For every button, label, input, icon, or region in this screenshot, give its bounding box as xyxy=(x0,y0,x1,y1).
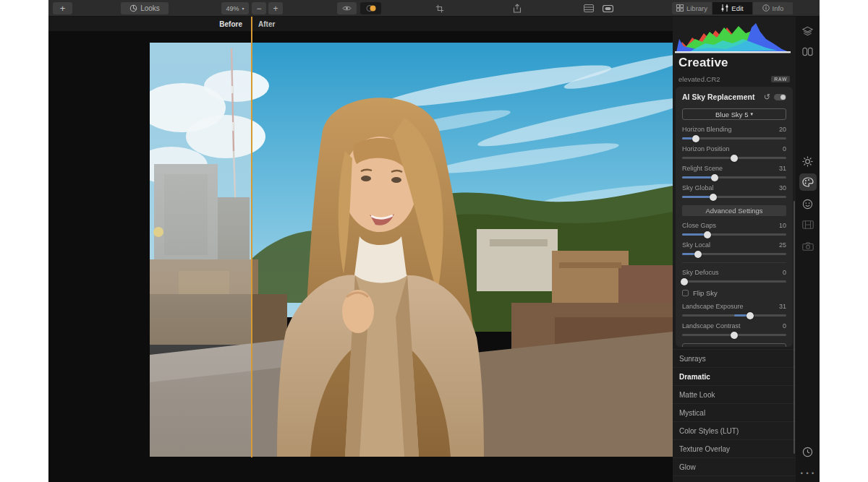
looks-label: Looks xyxy=(140,4,160,12)
slider-landscape-exposure: Landscape Exposure31 xyxy=(682,303,786,317)
slider-track[interactable] xyxy=(682,233,786,236)
slider-handle[interactable] xyxy=(704,231,711,238)
slider-handle[interactable] xyxy=(731,155,738,162)
canvas-view-button[interactable] xyxy=(599,2,616,14)
slider-value: 30 xyxy=(779,184,786,191)
chevron-down-icon: ▾ xyxy=(242,6,244,11)
tool-enable-toggle[interactable] xyxy=(774,94,786,100)
slider-track[interactable] xyxy=(682,334,786,336)
slider-handle[interactable] xyxy=(694,251,702,258)
ai-sky-replacement-card: AI Sky Replacement ↺ Blue Sky 5 ▾ Horizo… xyxy=(676,87,793,347)
layers-icon[interactable] xyxy=(799,22,817,40)
looks-button[interactable]: Looks xyxy=(121,2,169,14)
slider-landscape-contrast: Landscape Contrast0 xyxy=(682,322,786,336)
slider-sky-local: Sky Local25 xyxy=(682,241,786,255)
compare-toggle[interactable] xyxy=(360,2,381,14)
section-matte-look[interactable]: Matte Look xyxy=(673,385,796,403)
section-glow[interactable]: Glow xyxy=(673,457,796,475)
flip-sky-label: Flip Sky xyxy=(693,289,718,297)
slider-track[interactable] xyxy=(682,314,786,317)
slider-sky-global: Sky Global30 xyxy=(682,184,786,198)
slider-handle[interactable] xyxy=(746,312,754,319)
creative-palette-icon[interactable] xyxy=(799,173,817,191)
tab-edit-label: Edit xyxy=(731,4,743,12)
zoom-level-dropdown[interactable]: 49% ▾ xyxy=(221,2,249,14)
slider-label: Relight Scene xyxy=(682,165,723,172)
slider-track[interactable] xyxy=(682,253,786,255)
slider-handle[interactable] xyxy=(711,174,718,181)
section-dramatic[interactable]: Dramatic xyxy=(673,367,796,385)
tool-sections-list: Sunrays Dramatic Matte Look Mystical Col… xyxy=(673,349,796,482)
slider-handle[interactable] xyxy=(731,332,738,339)
camera-icon[interactable] xyxy=(799,238,817,255)
info-icon xyxy=(762,4,770,13)
tool-title: AI Sky Replacement xyxy=(682,92,754,101)
split-compare-icon[interactable] xyxy=(799,43,817,60)
compare-bar: Before After xyxy=(48,17,673,31)
edit-side-panel: Creative elevated.CR2 RAW AI Sky Replace… xyxy=(673,17,796,482)
slider-label: Horizon Position xyxy=(682,145,730,152)
slider-track[interactable] xyxy=(682,137,786,139)
section-film-grain[interactable]: Film Grain xyxy=(673,475,796,482)
tab-library[interactable]: Library xyxy=(672,2,712,14)
slider-value: 20 xyxy=(779,126,786,133)
history-clock-icon[interactable] xyxy=(799,443,817,460)
section-sunrays[interactable]: Sunrays xyxy=(673,349,796,367)
slider-track[interactable] xyxy=(682,280,786,283)
panel-scrollbar[interactable] xyxy=(793,201,795,454)
preview-eye-button[interactable] xyxy=(337,2,357,14)
crop-button[interactable] xyxy=(430,2,449,14)
library-icon xyxy=(676,4,684,13)
slider-value: 31 xyxy=(779,303,786,310)
slider-close-gaps: Close Gaps10 xyxy=(682,222,786,236)
tab-edit[interactable]: Edit xyxy=(712,2,753,14)
eye-icon xyxy=(342,5,352,12)
zoom-out-button[interactable]: − xyxy=(252,2,266,14)
edit-mask-button[interactable]: Edit Mask ▾ xyxy=(682,343,786,347)
image-canvas[interactable] xyxy=(48,31,673,482)
slider-handle[interactable] xyxy=(710,194,717,201)
top-toolbar: + Looks 49% ▾ − + xyxy=(48,0,820,17)
slider-value: 0 xyxy=(783,322,786,330)
professional-filmstrip-icon[interactable] xyxy=(799,216,817,233)
slider-label: Landscape Exposure xyxy=(682,303,744,310)
section-mystical[interactable]: Mystical xyxy=(673,403,796,421)
compare-circles-icon xyxy=(365,4,377,12)
add-photo-button[interactable]: + xyxy=(53,2,72,14)
zoom-in-button[interactable]: + xyxy=(268,2,283,14)
chevron-down-icon: ▾ xyxy=(749,346,752,347)
portrait-face-icon[interactable] xyxy=(799,195,817,212)
slider-value: 25 xyxy=(779,241,786,249)
reset-icon[interactable]: ↺ xyxy=(764,93,770,100)
after-label: After xyxy=(258,20,275,28)
compare-divider[interactable] xyxy=(251,17,252,457)
slider-track[interactable] xyxy=(682,176,786,178)
sky-preset-dropdown[interactable]: Blue Sky 5 ▾ xyxy=(682,108,786,120)
canvas-view-icon xyxy=(603,5,613,12)
before-label: Before xyxy=(213,20,242,28)
flip-sky-checkbox[interactable] xyxy=(682,290,689,296)
slider-track[interactable] xyxy=(682,157,786,159)
more-options-icon[interactable]: • • • xyxy=(799,465,817,482)
share-icon xyxy=(513,4,522,13)
export-button[interactable] xyxy=(507,2,527,14)
slider-handle[interactable] xyxy=(681,278,688,285)
workspace-tabs: Library Edit Info xyxy=(672,2,793,14)
tab-info[interactable]: Info xyxy=(753,2,793,14)
slider-value: 0 xyxy=(783,145,786,152)
screenshot-stage: + Looks 49% ▾ − + xyxy=(0,0,868,482)
advanced-settings-button[interactable]: Advanced Settings xyxy=(682,205,786,216)
panel-title: Creative xyxy=(678,56,728,70)
slider-handle[interactable] xyxy=(692,135,699,142)
slider-value: 10 xyxy=(779,222,786,229)
section-color-styles-lut[interactable]: Color Styles (LUT) xyxy=(673,421,796,439)
slider-sky-defocus: Sky Defocus0 xyxy=(682,269,786,283)
sky-preset-value: Blue Sky 5 xyxy=(715,111,748,119)
photo-before-after xyxy=(150,43,673,457)
essentials-sun-icon[interactable] xyxy=(799,152,817,170)
slider-track[interactable] xyxy=(682,196,786,198)
filmstrip-view-button[interactable] xyxy=(580,2,597,14)
section-texture-overlay[interactable]: Texture Overlay xyxy=(673,439,796,457)
edit-sliders-icon xyxy=(721,4,728,13)
chevron-down-icon: ▾ xyxy=(750,111,753,117)
